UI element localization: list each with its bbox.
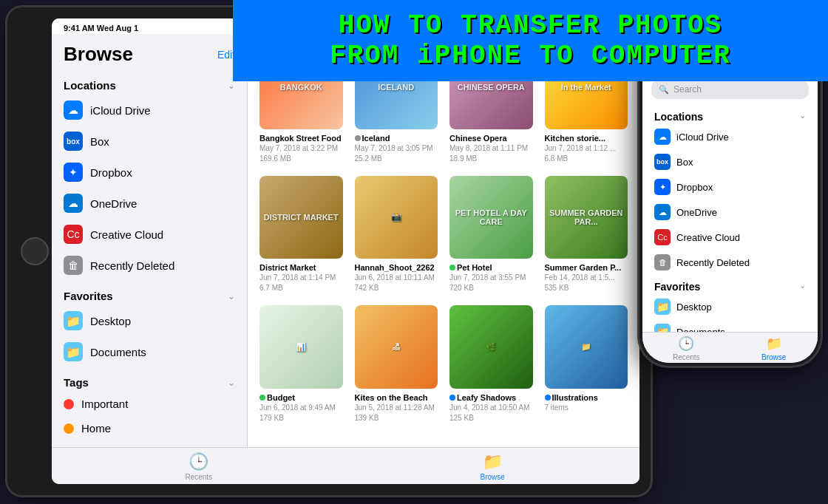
summer-meta: Feb 14, 2018 at 1:5...535 KB xyxy=(545,273,628,293)
onedrive-icon: ☁ xyxy=(64,194,83,213)
iphone-search-icon: 🔍 xyxy=(659,85,669,95)
kitchen-meta: Jun 7, 2018 at 1:12 ...6.8 MB xyxy=(545,143,628,164)
iphone-item-icloud[interactable]: ☁ iCloud Drive xyxy=(642,124,818,149)
iphone-recents-label: Recents xyxy=(673,353,700,361)
iphone-item-documents[interactable]: 📁 Documents xyxy=(642,319,818,332)
file-thumb-summer: SUMMER GARDEN PAR... xyxy=(545,176,628,259)
sidebar-item-documents[interactable]: 📁 Documents xyxy=(52,336,247,367)
file-card-budget[interactable]: 📊 Budget Jun 6, 2018 at 9:49 AM179 KB xyxy=(259,305,343,423)
iphone-onedrive-icon: ☁ xyxy=(654,204,671,220)
creative-cloud-label: Creative Cloud xyxy=(90,228,163,241)
documents-label: Documents xyxy=(90,346,146,358)
iphone-desktop-label: Desktop xyxy=(676,302,712,313)
iphone-tab-bar: 🕒 Recents 📁 Browse xyxy=(642,332,818,363)
ipad-sidebar: Browse Edit Locations ⌄ ☁ iCloud Drive b… xyxy=(52,34,248,447)
opera-meta: May 8, 2018 at 1:11 PM18.9 MB xyxy=(449,143,533,164)
iphone-item-onedrive[interactable]: ☁ OneDrive xyxy=(642,200,818,225)
sidebar-item-box[interactable]: box Box xyxy=(52,126,247,157)
iphone-recents-icon: 🕒 xyxy=(678,336,694,352)
sidebar-item-recently-deleted[interactable]: 🗑 Recently Deleted xyxy=(52,250,247,281)
file-card-illustrations[interactable]: 📁 Illustrations 7 items xyxy=(545,305,628,423)
file-thumb-budget: 📊 xyxy=(259,305,343,389)
files-grid: BANGKOK Bangkok Street Food May 7, 2018 … xyxy=(259,46,628,423)
creative-cloud-icon: Cc xyxy=(64,225,83,244)
pethotel-thumb-label: PET HOTEL A DAY CARE xyxy=(449,176,533,259)
kites-filename: Kites on the Beach xyxy=(355,393,438,402)
box-icon: box xyxy=(64,132,83,151)
iphone-locations-chevron: ⌄ xyxy=(799,111,806,123)
sidebar-item-desktop[interactable]: 📁 Desktop xyxy=(52,305,247,336)
important-tag-dot xyxy=(64,399,74,409)
file-card-district[interactable]: DISTRICT MARKET District Market Jun 7, 2… xyxy=(259,176,343,294)
file-card-leafy[interactable]: 🌿 Leafy Shadows Jun 4, 2018 at 10:50 AM1… xyxy=(449,305,533,423)
file-thumb-pethotel: PET HOTEL A DAY CARE xyxy=(449,176,533,259)
banner-line1: HOW TO TRANSFER PHOTOS xyxy=(339,10,722,41)
banner-text: HOW TO TRANSFER PHOTOS FROM iPHONE TO CO… xyxy=(330,10,731,72)
budget-dot xyxy=(259,395,265,401)
ipad-time: 9:41 AM Wed Aug 1 xyxy=(64,24,138,33)
iphone-item-cc[interactable]: Cc Creative Cloud xyxy=(642,225,818,250)
locations-section-header: Locations ⌄ xyxy=(52,70,247,95)
iphone-favorites-chevron: ⌄ xyxy=(799,281,806,293)
sidebar-header: Browse Edit xyxy=(52,34,247,70)
iphone-desktop-icon: 📁 xyxy=(654,299,671,315)
iphone-item-recently-deleted[interactable]: 🗑 Recently Deleted xyxy=(642,250,818,275)
favorites-title: Favorites xyxy=(64,290,113,302)
illustrations-meta: 7 items xyxy=(545,403,628,413)
file-card-kites[interactable]: 🏖 Kites on the Beach Jun 5, 2018 at 11:2… xyxy=(355,305,438,423)
iphone-tab-recents[interactable]: 🕒 Recents xyxy=(642,336,730,361)
iphone-locations-header: Locations ⌄ xyxy=(642,105,818,124)
sidebar-item-school[interactable]: School xyxy=(52,440,247,447)
iphone-dropbox-icon: ✦ xyxy=(654,179,671,195)
iphone-documents-label: Documents xyxy=(676,327,725,333)
iphone-item-box[interactable]: box Box xyxy=(642,149,818,174)
recents-tab-icon: 🕒 xyxy=(189,452,208,471)
file-thumb-leafy: 🌿 xyxy=(449,305,533,389)
iphone-cc-icon: Cc xyxy=(654,229,671,245)
budget-meta: Jun 6, 2018 at 9:49 AM179 KB xyxy=(259,403,343,423)
file-card-hannah[interactable]: 📸 Hannah_Shoot_2262 Jun 6, 2018 at 10:11… xyxy=(355,176,438,294)
locations-chevron: ⌄ xyxy=(228,81,235,91)
iphone-search-bar[interactable]: 🔍 Search xyxy=(651,80,809,99)
sidebar-item-dropbox[interactable]: ✦ Dropbox xyxy=(52,157,247,188)
tab-recents[interactable]: 🕒 Recents xyxy=(52,452,346,481)
iphone-icloud-icon: ☁ xyxy=(654,129,671,145)
file-card-summer[interactable]: SUMMER GARDEN PAR... Summer Garden P... … xyxy=(545,176,628,294)
icloud-label: iCloud Drive xyxy=(90,104,151,117)
iphone-trash-icon: 🗑 xyxy=(654,254,671,270)
kites-thumb-label: 🏖 xyxy=(355,305,438,389)
illustrations-filename: Illustrations xyxy=(545,393,628,402)
pethotel-filename: Pet Hotel xyxy=(449,263,533,272)
iphone-box-label: Box xyxy=(676,157,693,168)
sidebar-item-onedrive[interactable]: ☁ OneDrive xyxy=(52,188,247,219)
sidebar-item-icloud[interactable]: ☁ iCloud Drive xyxy=(52,95,247,126)
district-thumb-label: DISTRICT MARKET xyxy=(259,176,343,259)
iphone-sidebar-scroll: Locations ⌄ ☁ iCloud Drive box Box ✦ Dro… xyxy=(642,105,818,332)
iphone-tab-browse[interactable]: 📁 Browse xyxy=(730,336,818,361)
illustrations-dot xyxy=(545,395,551,401)
budget-filename: Budget xyxy=(259,393,343,402)
file-thumb-illustrations: 📁 xyxy=(545,305,628,389)
iphone-favorites-title: Favorites xyxy=(654,281,700,293)
recents-tab-label: Recents xyxy=(185,473,212,481)
summer-thumb-label: SUMMER GARDEN PAR... xyxy=(545,176,628,259)
desktop-label: Desktop xyxy=(90,315,131,327)
hannah-meta: Jun 6, 2018 at 10:11 AM742 KB xyxy=(355,273,438,293)
file-card-pethotel[interactable]: PET HOTEL A DAY CARE Pet Hotel Jun 7, 20… xyxy=(449,176,533,294)
kites-meta: Jun 5, 2018 at 11:28 AM139 KB xyxy=(355,403,438,423)
illustrations-thumb-label: 📁 xyxy=(545,305,628,389)
tab-browse[interactable]: 📁 Browse xyxy=(346,452,640,481)
file-thumb-kites: 🏖 xyxy=(355,305,438,389)
ipad-content: Browse Edit Locations ⌄ ☁ iCloud Drive b… xyxy=(52,34,639,447)
iphone-browse-label: Browse xyxy=(761,353,786,361)
sidebar-item-home[interactable]: Home xyxy=(52,416,247,440)
pethotel-dot xyxy=(449,265,455,270)
district-filename: District Market xyxy=(259,263,343,272)
iphone-locations-title: Locations xyxy=(654,111,703,123)
sidebar-item-creative-cloud[interactable]: Cc Creative Cloud xyxy=(52,219,247,250)
iphone-item-dropbox[interactable]: ✦ Dropbox xyxy=(642,174,818,200)
iphone-item-desktop[interactable]: 📁 Desktop xyxy=(642,294,818,319)
box-label: Box xyxy=(90,135,109,148)
ipad-home-button[interactable] xyxy=(21,237,49,265)
sidebar-item-important[interactable]: Important xyxy=(52,392,247,416)
